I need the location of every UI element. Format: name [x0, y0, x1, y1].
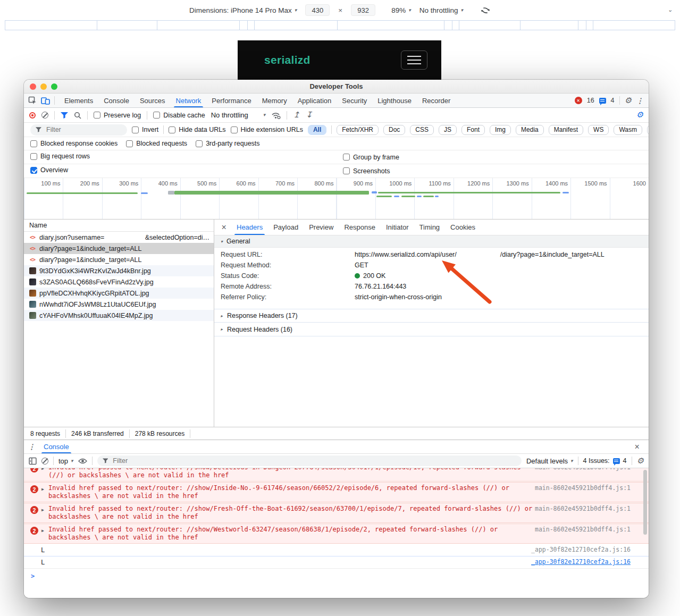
request-row[interactable]: ppVfleDCXHvhqKKiycGRpitATOL.jpg: [24, 288, 214, 299]
source-link-active[interactable]: _app-30f82e12710cef2a.js:16: [531, 558, 631, 566]
tab-network[interactable]: Network: [171, 94, 207, 107]
tab-sources[interactable]: Sources: [135, 94, 171, 107]
checkbox[interactable]: [94, 112, 100, 119]
filter-chip-js[interactable]: JS: [439, 125, 457, 135]
clear-console-icon[interactable]: [41, 458, 48, 465]
invert-checkbox[interactable]: Invert: [132, 126, 158, 133]
filter-chip-font[interactable]: Font: [461, 125, 485, 135]
tab-application[interactable]: Application: [292, 94, 337, 107]
tab-performance[interactable]: Performance: [206, 94, 256, 107]
eye-icon[interactable]: [78, 458, 87, 465]
throttling-select[interactable]: No throttling: [419, 6, 463, 14]
close-drawer-button[interactable]: [629, 440, 644, 453]
tab-preview[interactable]: Preview: [304, 220, 339, 235]
blocked-requests-checkbox[interactable]: Blocked requests: [126, 140, 187, 147]
source-link[interactable]: _app-30f82e12710cef2a.js:16: [531, 546, 631, 554]
tab-headers[interactable]: Headers: [231, 220, 268, 235]
expand-triangle-icon[interactable]: [41, 468, 44, 472]
request-row-selected[interactable]: diary?page=1&include_target=ALL: [24, 243, 214, 254]
tab-console[interactable]: Console: [98, 94, 135, 107]
group-by-frame-checkbox[interactable]: Group by frame: [343, 154, 399, 161]
general-section-header[interactable]: General: [214, 235, 649, 248]
console-context-select[interactable]: top: [58, 457, 73, 465]
checkbox-checked[interactable]: [30, 167, 37, 174]
checkbox[interactable]: [169, 126, 175, 133]
checkbox[interactable]: [196, 140, 203, 147]
rotate-device-icon[interactable]: [480, 6, 491, 15]
tab-cookies[interactable]: Cookies: [445, 220, 481, 235]
console-sidebar-icon[interactable]: [29, 457, 37, 465]
request-row[interactable]: cYAHFoVMhsk0UffuuaK04IE4MpZ.jpg: [24, 310, 214, 321]
more-options-icon[interactable]: [636, 97, 643, 105]
console-error-row[interactable]: 2 Invalid href passed to next/router: //…: [24, 524, 649, 544]
drawer-more-icon[interactable]: [28, 443, 35, 451]
clear-network-log-icon[interactable]: [41, 112, 48, 119]
inspect-element-icon[interactable]: [28, 96, 37, 105]
expand-triangle-icon[interactable]: [41, 485, 44, 493]
request-row[interactable]: s3ZAS0AGLQ668sFveVFinAd2zVy.jpg: [24, 276, 214, 288]
request-headers-section[interactable]: Request Headers (16): [214, 323, 649, 336]
search-icon[interactable]: [74, 112, 81, 119]
device-select[interactable]: Dimensions: iPhone 14 Pro Max: [189, 6, 297, 14]
console-log-row[interactable]: L _app-30f82e12710cef2a.js:16: [24, 544, 649, 556]
network-overview-timeline[interactable]: 100 ms 200 ms 300 ms 400 ms 500 ms 600 m…: [24, 178, 649, 220]
source-link[interactable]: main-8602e45921b0dff4.js:1: [535, 484, 631, 492]
filter-chip-ws[interactable]: WS: [588, 125, 609, 135]
name-column-header[interactable]: Name: [24, 220, 214, 232]
filter-chip-doc[interactable]: Doc: [383, 125, 405, 135]
expand-triangle-icon[interactable]: [41, 506, 44, 514]
tab-memory[interactable]: Memory: [257, 94, 292, 107]
network-throttling-select[interactable]: No throttling: [211, 111, 266, 119]
third-party-requests-checkbox[interactable]: 3rd-party requests: [196, 140, 259, 147]
scrollbar-thumb[interactable]: [643, 470, 647, 535]
source-link[interactable]: main-8602e45921b0dff4.js:1: [535, 526, 631, 534]
issues-icon[interactable]: [599, 98, 606, 104]
log-levels-select[interactable]: Default levels: [526, 457, 573, 465]
filter-chip-manifest[interactable]: Manifest: [549, 125, 583, 135]
record-network-log-icon[interactable]: [29, 112, 36, 119]
viewport-height-input[interactable]: 932: [351, 4, 375, 16]
screenshots-checkbox[interactable]: Screenshots: [343, 167, 390, 175]
filter-chip-media[interactable]: Media: [516, 125, 544, 135]
filter-chip-all[interactable]: All: [308, 125, 326, 135]
export-har-icon[interactable]: [306, 111, 313, 119]
response-headers-section[interactable]: Response Headers (17): [214, 309, 649, 323]
network-settings-gear-icon[interactable]: [636, 111, 643, 119]
viewport-width-input[interactable]: 430: [305, 4, 330, 16]
tab-payload[interactable]: Payload: [268, 220, 304, 235]
console-filter-input[interactable]: [112, 457, 516, 465]
site-logo[interactable]: serializd: [264, 54, 310, 66]
disable-cache-checkbox[interactable]: Disable cache: [153, 112, 205, 119]
checkbox[interactable]: [126, 140, 133, 147]
hide-data-urls-checkbox[interactable]: Hide data URLs: [169, 126, 225, 133]
console-filter-field[interactable]: [97, 455, 522, 466]
import-har-icon[interactable]: [293, 111, 300, 119]
issue-count[interactable]: 4: [611, 97, 615, 104]
drawer-tab-console[interactable]: Console: [38, 440, 74, 453]
checkbox[interactable]: [231, 126, 238, 133]
console-error-row[interactable]: 2 Invalid href passed to next/router: //…: [24, 468, 649, 482]
overview-checkbox[interactable]: Overview: [30, 166, 68, 174]
tab-timing[interactable]: Timing: [414, 220, 446, 235]
tab-response[interactable]: Response: [339, 220, 381, 235]
close-details-button[interactable]: [216, 220, 231, 235]
close-window-button[interactable]: [30, 83, 36, 90]
error-count-icon[interactable]: [575, 97, 582, 104]
request-row[interactable]: diary?page=1&include_target=ALL: [24, 254, 214, 265]
hide-extension-urls-checkbox[interactable]: Hide extension URLs: [231, 126, 303, 133]
toolbar-overflow-chevron-icon[interactable]: [668, 6, 673, 13]
zoom-window-button[interactable]: [51, 83, 57, 90]
checkbox[interactable]: [343, 154, 350, 161]
console-prompt[interactable]: [24, 569, 649, 580]
minimize-window-button[interactable]: [40, 83, 47, 90]
network-conditions-icon[interactable]: [271, 112, 281, 119]
tab-recorder[interactable]: Recorder: [417, 94, 456, 107]
blocked-response-cookies-checkbox[interactable]: Blocked response cookies: [30, 140, 117, 147]
console-error-row[interactable]: 2 Invalid href passed to next/router: //…: [24, 503, 649, 523]
tab-initiator[interactable]: Initiator: [381, 220, 414, 235]
source-link[interactable]: main-8602e45921b0dff4.js:1: [535, 505, 631, 513]
error-count[interactable]: 16: [587, 97, 594, 104]
console-log-row[interactable]: L _app-30f82e12710cef2a.js:16: [24, 556, 649, 569]
checkbox[interactable]: [132, 126, 139, 133]
console-error-row[interactable]: 2 Invalid href passed to next/router: //…: [24, 482, 649, 502]
